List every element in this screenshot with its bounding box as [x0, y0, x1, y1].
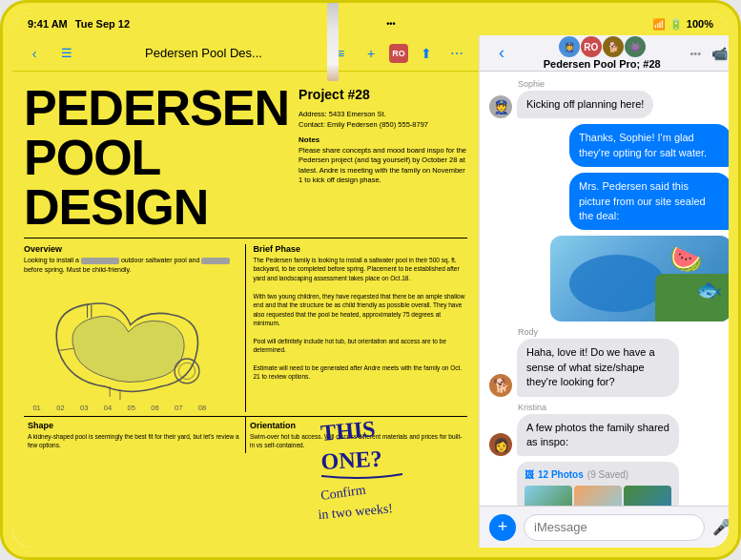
svg-point-4: [178, 363, 195, 379]
messages-list[interactable]: Sophie 👮 Kicking off planning here! Than…: [480, 72, 729, 506]
photos-header: 🖼 12 Photos (9 Saved): [525, 469, 671, 480]
notes-text: Please share concepts and mood board ins…: [298, 146, 467, 186]
photos-label: 12 Photos: [538, 469, 584, 480]
project-address: Address: 5433 Emerson St. Contact: Emily…: [298, 109, 467, 131]
message-7-wrapper: 👩 🖼 12 Photos (9 Saved): [489, 462, 729, 506]
message-row-7: 👩 🖼 12 Photos (9 Saved): [489, 462, 729, 506]
pool-image-bg: 🍉 🐟: [550, 236, 729, 321]
battery-icon: 🔋: [669, 18, 683, 31]
message-row-2: Thanks, Sophie! I'm glad they're opting …: [489, 124, 729, 167]
sender-name-kristina: Kristina: [489, 403, 729, 412]
dots-icon: •••: [690, 48, 701, 59]
message-row-6: 👩 A few photos the family shared as insp…: [489, 414, 729, 457]
message-row-3: Mrs. Pedersen said this picture from our…: [489, 173, 729, 230]
handwriting-overlay: THIS ONE? Confirm in two weeks!: [317, 414, 469, 529]
back-button[interactable]: ‹: [22, 41, 47, 66]
add-attachment-button[interactable]: +: [489, 514, 516, 541]
svg-text:02: 02: [56, 403, 64, 411]
bubble-5: Haha, love it! Do we have a sense of wha…: [517, 339, 679, 396]
avatar-4: 👾: [625, 36, 646, 57]
message-row-4: 🍉 🐟: [489, 236, 729, 321]
toolbar-icons: ≡ + RO ⬆ ⋯: [328, 41, 469, 66]
pool-shape-img: [569, 255, 665, 312]
battery-percent: 100%: [687, 18, 713, 30]
messages-toolbar: ‹ 👮 RO 🐕 👾 Pedersen Pool Pro; #28 ••• 📹: [480, 35, 729, 72]
pool-image: 🍉 🐟: [550, 236, 729, 321]
status-date: Tue Sep 12: [75, 18, 130, 30]
ro-badge: RO: [389, 44, 408, 63]
brief-phase-text: The Pedersen family is looking to instal…: [254, 256, 468, 382]
photo-thumb-3: [624, 486, 671, 506]
overview-section: Overview Looking to install a outdoor sa…: [24, 244, 246, 412]
status-right: 📶 🔋 100%: [652, 18, 713, 31]
messages-toolbar-right: ••• 📹: [690, 41, 729, 66]
svg-text:ONE?: ONE?: [320, 446, 382, 474]
photo-thumb-2: [574, 486, 622, 506]
bubble-1: Kicking off planning here!: [517, 91, 653, 118]
notes-body: PEDERSENPOOLDESIGN Project #28 Address: …: [12, 72, 479, 548]
message-2-wrapper: Thanks, Sophie! I'm glad they're opting …: [489, 124, 729, 167]
status-left: 9:41 AM Tue Sep 12: [28, 18, 130, 30]
sender-name-rody: Rody: [489, 327, 729, 337]
more-options-button[interactable]: ⋯: [444, 41, 469, 66]
watermelon-emoji: 🍉: [669, 243, 703, 275]
ipad-frame: 9:41 AM Tue Sep 12 ••• 📶 🔋 100% ‹ ☰ Pede…: [0, 0, 741, 560]
message-input[interactable]: [524, 514, 705, 541]
photos-saved: (9 Saved): [587, 469, 628, 480]
photos-grid: [525, 486, 671, 506]
video-call-button[interactable]: 📹: [707, 41, 729, 66]
input-bar: + 🎤: [480, 506, 729, 548]
svg-point-3: [175, 359, 199, 384]
avatars-row: 👮 RO 🐕 👾: [559, 36, 646, 57]
overview-text: Looking to install a outdoor saltwater p…: [24, 256, 237, 275]
brief-phase-section: Brief Phase The Pedersen family is looki…: [246, 244, 468, 412]
messages-header: 👮 RO 🐕 👾 Pedersen Pool Pro; #28: [520, 36, 684, 70]
share-button[interactable]: ⬆: [414, 41, 439, 66]
add-button[interactable]: +: [359, 41, 383, 66]
project-number: Project #28: [298, 85, 467, 105]
messages-panel: ‹ 👮 RO 🐕 👾 Pedersen Pool Pro; #28 ••• 📹: [480, 35, 729, 548]
avatar-sophie: 👮: [489, 95, 512, 118]
svg-text:01: 01: [32, 403, 40, 411]
svg-text:in two weeks!: in two weeks!: [318, 501, 394, 522]
notes-header-section: PEDERSENPOOLDESIGN Project #28 Address: …: [24, 83, 467, 232]
svg-text:08: 08: [198, 403, 206, 411]
microphone-icon[interactable]: 🎤: [712, 518, 729, 536]
message-row-5: 🐕 Haha, love it! Do we have a sense of w…: [489, 339, 729, 396]
wifi-icon: 📶: [652, 18, 666, 31]
two-col-section: Overview Looking to install a outdoor sa…: [24, 244, 467, 412]
project-info-block: Project #28 Address: 5433 Emerson St. Co…: [289, 83, 467, 232]
message-row-1: 👮 Kicking off planning here!: [489, 91, 729, 118]
svg-line-0: [58, 348, 73, 350]
status-time: 9:41 AM: [28, 18, 68, 30]
photos-icon: 🖼: [525, 469, 534, 480]
svg-text:05: 05: [128, 403, 135, 411]
avatar-rody: 🐕: [489, 374, 512, 397]
message-5-wrapper: Rody 🐕 Haha, love it! Do we have a sense…: [489, 327, 729, 396]
notes-content: PEDERSENPOOLDESIGN Project #28 Address: …: [12, 72, 479, 548]
image-bubble: 🍉 🐟: [550, 236, 729, 321]
message-6-wrapper: Kristina 👩 A few photos the family share…: [489, 403, 729, 457]
brief-phase-label: Brief Phase: [254, 244, 468, 254]
shape-label: Shape: [28, 421, 241, 430]
status-bar: 9:41 AM Tue Sep 12 ••• 📶 🔋 100%: [12, 12, 729, 35]
svg-text:06: 06: [151, 403, 158, 411]
photos-bubble[interactable]: 🖼 12 Photos (9 Saved): [517, 462, 679, 506]
apple-pencil: [327, 0, 339, 81]
shape-text: A kidney-shaped pool is seemingly the be…: [28, 432, 241, 449]
notes-toolbar: ‹ ☰ Pedersen Pool Des... ≡ + RO ⬆ ⋯: [12, 35, 479, 72]
svg-text:Confirm: Confirm: [319, 482, 366, 502]
bubble-6: A few photos the family shared as inspo:: [517, 414, 679, 457]
sidebar-toggle-button[interactable]: ☰: [54, 41, 79, 66]
shape-section: Shape A kidney-shaped pool is seemingly …: [24, 417, 246, 453]
svg-text:07: 07: [175, 403, 182, 411]
status-dots: •••: [386, 19, 395, 29]
fish-emoji: 🐟: [696, 278, 722, 302]
notes-title-block: PEDERSENPOOLDESIGN: [24, 83, 289, 232]
message-4-wrapper: 🍉 🐟: [489, 236, 729, 321]
bubble-2: Thanks, Sophie! I'm glad they're opting …: [569, 124, 729, 167]
messages-back-button[interactable]: ‹: [489, 41, 514, 66]
message-3-wrapper: Mrs. Pedersen said this picture from our…: [489, 173, 729, 230]
notes-panel: ‹ ☰ Pedersen Pool Des... ≡ + RO ⬆ ⋯: [12, 35, 480, 548]
notes-label: Notes: [298, 135, 467, 146]
